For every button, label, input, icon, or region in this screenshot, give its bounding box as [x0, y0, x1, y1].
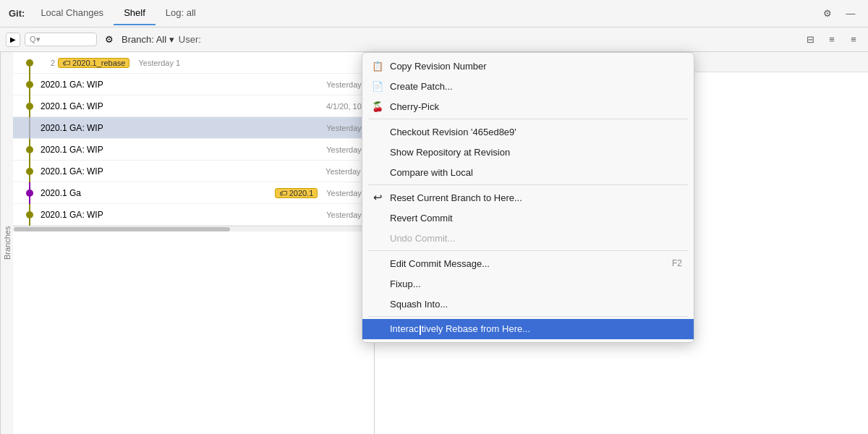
ctx-checkout-revision[interactable]: Checkout Revision '465ed8e9': [362, 122, 694, 142]
ctx-item-label: Copy Revision Number: [390, 61, 682, 72]
ctx-compare-local[interactable]: Compare with Local: [362, 162, 694, 182]
commit-date: Yesterday 1: [138, 59, 180, 67]
tag-badge: 🏷 2020.1_rebase: [58, 58, 129, 68]
ctx-create-patch[interactable]: 📄 Create Patch...: [362, 76, 694, 96]
ctx-item-label: Create Patch...: [390, 81, 682, 92]
ctx-item-label: Squash Into...: [390, 299, 682, 310]
tab-log[interactable]: Log: all: [156, 1, 206, 25]
git-label: Git:: [9, 8, 25, 19]
reset-icon: ↩: [371, 191, 384, 204]
ctx-undo-commit[interactable]: Undo Commit...: [362, 228, 694, 248]
table-row[interactable]: 2020.1 GA: WIP Yesterday 1: [13, 139, 374, 161]
branch-bar: ▶ Q▾ ⚙ Branch: All ▾ User: ⊟ ≡ ≡: [0, 27, 868, 52]
svg-point-8: [26, 146, 33, 153]
blank-icon: [371, 145, 384, 158]
ctx-separator-4: [368, 316, 688, 317]
ctx-cherry-pick[interactable]: 🍒 Cherry-Pick: [362, 96, 694, 116]
blank-icon: [371, 257, 384, 270]
minimize-icon[interactable]: —: [842, 5, 859, 22]
cherry-icon: 🍒: [371, 100, 384, 113]
svg-point-12: [26, 190, 33, 197]
main-area: Branches 2 🏷 2020.1_rebase Yesterday 1 2…: [0, 52, 868, 434]
context-menu: 📋 Copy Revision Number 📄 Create Patch...…: [362, 52, 694, 343]
ctx-revert-commit[interactable]: Revert Commit: [362, 208, 694, 228]
layout-icon-2[interactable]: ≡: [823, 31, 841, 48]
blank-icon: [371, 125, 384, 138]
log-list: 2 🏷 2020.1_rebase Yesterday 1 2020.1 GA:…: [13, 52, 375, 434]
branch-settings-icon[interactable]: ⚙: [101, 32, 117, 48]
branches-sidebar[interactable]: Branches: [0, 52, 13, 434]
ctx-separator-2: [368, 184, 688, 185]
row-number: 2: [41, 59, 55, 67]
blank-icon: [371, 211, 384, 224]
table-row[interactable]: 2 🏷 2020.1_rebase Yesterday 1: [13, 52, 374, 74]
commit-message: 2020.1 GA: WIP: [41, 123, 320, 133]
blank-icon: [371, 277, 384, 290]
ctx-fixup[interactable]: Fixup...: [362, 273, 694, 294]
ctx-item-label: Compare with Local: [390, 167, 682, 178]
blank-icon: [371, 323, 384, 336]
commit-message: 2020.1 GA: WIP: [41, 80, 320, 90]
table-row[interactable]: 2020.1 GA: WIP Yesterday 1: [13, 74, 374, 95]
ctx-item-label: Interactively Rebase from Here...: [390, 323, 682, 334]
ctx-item-label: Checkout Revision '465ed8e9': [390, 127, 682, 137]
table-row[interactable]: 2020.1 GA: WIP Yesterday 1: [13, 204, 374, 226]
ctx-item-label: Cherry-Pick: [390, 101, 682, 112]
svg-point-3: [26, 81, 33, 88]
table-row[interactable]: 2020.1 GA: WIP Yesterday S: [13, 161, 374, 182]
ctx-item-label: Undo Commit...: [390, 233, 682, 244]
right-panel-icons: ⊟ ≡ ≡: [801, 31, 862, 48]
commit-message: 2020.1 GA: WIP: [41, 166, 320, 176]
search-icon: Q▾: [30, 35, 41, 44]
horizontal-scrollbar[interactable]: [13, 226, 374, 231]
ctx-shortcut: F2: [672, 258, 682, 268]
ctx-item-label: Edit Commit Message...: [390, 258, 666, 269]
blank-icon: [371, 166, 384, 179]
scrollbar-thumb[interactable]: [14, 227, 230, 231]
main-toolbar: Git: Local Changes Shelf Log: all ⚙ —: [0, 0, 868, 27]
commit-message: 2020.1 Ga: [41, 188, 275, 198]
table-row[interactable]: 2020.1 Ga 🏷 2020.1 Yesterday 1: [13, 182, 374, 204]
ctx-copy-revision[interactable]: 📋 Copy Revision Number: [362, 56, 694, 76]
layout-icon-3[interactable]: ≡: [845, 31, 862, 48]
settings-icon[interactable]: ⚙: [819, 5, 836, 22]
commit-message: 2020.1 GA: WIP: [41, 210, 320, 220]
ctx-edit-commit-msg[interactable]: Edit Commit Message... F2: [362, 253, 694, 273]
tab-shelf[interactable]: Shelf: [114, 1, 156, 25]
copy-icon: 📋: [371, 59, 384, 72]
svg-point-10: [26, 168, 33, 175]
table-row[interactable]: 2020.1 GA: WIP Yesterday 1: [13, 117, 374, 139]
ctx-show-repository[interactable]: Show Repository at Revision: [362, 142, 694, 162]
blank-icon: [371, 231, 384, 244]
ctx-interactively-rebase[interactable]: Interactively Rebase from Here...: [362, 319, 694, 339]
ctx-squash-into[interactable]: Squash Into...: [362, 294, 694, 314]
user-label: User:: [179, 34, 201, 45]
patch-icon: 📄: [371, 80, 384, 93]
ctx-separator-1: [368, 119, 688, 119]
ctx-separator-3: [368, 250, 688, 251]
ctx-item-label: Revert Commit: [390, 213, 682, 224]
branch-select[interactable]: Branch: All ▾: [122, 34, 174, 45]
tag-badge: 🏷 2020.1: [275, 188, 318, 198]
ctx-reset-branch[interactable]: ↩ Reset Current Branch to Here...: [362, 187, 694, 208]
svg-point-5: [26, 103, 33, 110]
table-row[interactable]: 2020.1 GA: WIP 4/1/20, 10:2: [13, 95, 374, 117]
commit-message: 2020.1 GA: WIP: [41, 101, 320, 111]
tab-local-changes[interactable]: Local Changes: [30, 1, 114, 25]
layout-icon-1[interactable]: ⊟: [801, 31, 819, 48]
ctx-item-label: Show Repository at Revision: [390, 147, 682, 158]
cursor-indicator: [420, 326, 421, 335]
blank-icon: [371, 297, 384, 310]
search-box[interactable]: Q▾: [25, 33, 97, 46]
ctx-item-label: Reset Current Branch to Here...: [390, 192, 682, 203]
svg-point-14: [26, 211, 33, 218]
ctx-item-label: Fixup...: [390, 278, 682, 289]
commit-message: 2020.1 GA: WIP: [41, 145, 320, 155]
svg-point-1: [26, 59, 33, 67]
collapse-button[interactable]: ▶: [6, 33, 20, 47]
